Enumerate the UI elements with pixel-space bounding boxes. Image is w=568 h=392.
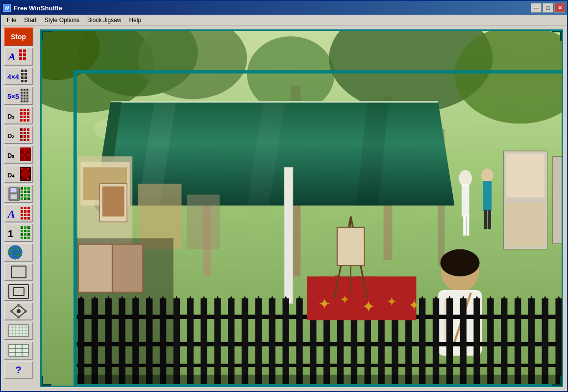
svg-rect-69 <box>21 157 23 159</box>
svg-rect-175 <box>102 186 124 216</box>
d3-button[interactable]: D₃ <box>4 145 33 164</box>
svg-rect-37 <box>24 112 26 115</box>
svg-text:D₄: D₄ <box>7 172 15 179</box>
menu-help[interactable]: Help <box>125 16 145 24</box>
svg-rect-55 <box>27 132 29 134</box>
svg-rect-27 <box>24 98 25 99</box>
diamond-button[interactable] <box>4 302 33 320</box>
stop-button[interactable]: Stop <box>4 27 33 46</box>
svg-rect-267 <box>555 298 562 386</box>
svg-text:✦: ✦ <box>408 297 420 313</box>
menu-start[interactable]: Start <box>20 16 40 24</box>
help-button[interactable]: ? <box>4 361 33 379</box>
large-grid-icon <box>6 342 31 359</box>
svg-point-129 <box>17 309 21 313</box>
minimize-button[interactable]: — <box>531 3 542 13</box>
svg-point-133 <box>10 310 13 313</box>
outer-square-icon <box>6 264 31 280</box>
svg-rect-26 <box>21 98 23 99</box>
svg-rect-54 <box>27 128 29 131</box>
svg-rect-46 <box>20 128 23 131</box>
menu-block-jigsaw[interactable]: Block Jigsaw <box>83 16 125 24</box>
help-label: ? <box>15 365 21 376</box>
alpha-grid-button[interactable]: A <box>4 204 33 222</box>
svg-rect-92 <box>27 191 30 193</box>
svg-rect-13 <box>25 76 27 79</box>
svg-rect-25 <box>26 95 28 97</box>
d4-button[interactable]: D₄ <box>4 165 33 183</box>
diamond-icon <box>6 303 31 319</box>
svg-rect-188 <box>553 156 562 244</box>
d4-icon: D₄ <box>6 166 31 182</box>
svg-rect-90 <box>24 197 26 200</box>
svg-rect-126 <box>9 285 28 298</box>
svg-rect-105 <box>21 217 23 220</box>
d2-button[interactable]: D₂ <box>4 125 33 144</box>
svg-rect-5 <box>19 57 22 60</box>
svg-rect-101 <box>27 210 30 213</box>
svg-rect-70 <box>24 157 26 159</box>
window-title: Free WinShuffle <box>14 4 62 12</box>
app-icon: W <box>3 4 11 12</box>
svg-rect-71 <box>27 157 29 159</box>
grid4x4-button[interactable]: 4×4 <box>4 67 33 85</box>
svg-rect-66 <box>21 154 23 156</box>
save-icon <box>6 185 31 202</box>
svg-rect-50 <box>20 135 23 138</box>
svg-rect-106 <box>24 217 26 220</box>
svg-rect-57 <box>27 139 29 141</box>
svg-rect-179 <box>463 214 466 236</box>
outer-square-button[interactable] <box>4 263 33 281</box>
svg-rect-265 <box>542 298 548 386</box>
svg-rect-127 <box>13 288 24 295</box>
svg-rect-255 <box>473 298 480 386</box>
svg-rect-65 <box>27 151 29 153</box>
menu-file[interactable]: File <box>3 16 20 24</box>
svg-rect-84 <box>24 187 26 190</box>
inner-square-button[interactable] <box>4 282 33 301</box>
grid5x5-button[interactable]: 5×5 <box>4 86 33 105</box>
svg-text:D₂: D₂ <box>7 132 14 140</box>
alpha-button[interactable]: A <box>4 47 33 66</box>
svg-rect-60 <box>21 148 23 150</box>
svg-rect-67 <box>24 154 26 156</box>
svg-rect-11 <box>25 73 27 75</box>
svg-rect-24 <box>24 95 25 97</box>
svg-rect-49 <box>24 132 26 134</box>
svg-rect-112 <box>21 230 23 232</box>
svg-rect-184 <box>488 210 491 229</box>
svg-rect-87 <box>21 194 23 196</box>
svg-rect-219 <box>228 298 234 386</box>
d1-icon: D₁ <box>6 107 31 123</box>
image-frame: ✦ ✦ ✦ ✦ ✦ <box>40 29 563 387</box>
svg-rect-183 <box>484 210 488 229</box>
svg-rect-15 <box>25 80 27 82</box>
svg-rect-211 <box>173 298 180 386</box>
svg-rect-68 <box>27 154 29 156</box>
svg-text:✦: ✦ <box>362 297 375 316</box>
svg-rect-217 <box>214 298 221 386</box>
svg-rect-9 <box>25 70 27 72</box>
alpha-label: A <box>6 48 31 66</box>
svg-rect-96 <box>21 207 23 209</box>
svg-rect-170 <box>187 195 220 249</box>
number-button[interactable]: 1 <box>4 223 33 242</box>
svg-rect-22 <box>26 92 28 94</box>
menu-style-options[interactable]: Style Options <box>41 16 83 24</box>
svg-rect-38 <box>27 112 29 115</box>
maximize-button[interactable]: □ <box>543 3 553 13</box>
svg-rect-93 <box>27 194 30 196</box>
svg-rect-213 <box>187 298 194 386</box>
svg-text:A: A <box>7 208 15 220</box>
svg-rect-249 <box>433 298 439 386</box>
d1-button[interactable]: D₁ <box>4 106 33 124</box>
svg-text:D₁: D₁ <box>7 113 15 120</box>
large-grid-button[interactable] <box>4 341 33 360</box>
close-button[interactable]: ✕ <box>554 3 565 13</box>
world-button[interactable] <box>4 243 33 262</box>
small-grid-button[interactable] <box>4 321 33 340</box>
svg-rect-81 <box>10 188 17 193</box>
svg-rect-43 <box>24 119 26 122</box>
svg-rect-34 <box>24 109 26 111</box>
save-button[interactable] <box>4 184 33 203</box>
